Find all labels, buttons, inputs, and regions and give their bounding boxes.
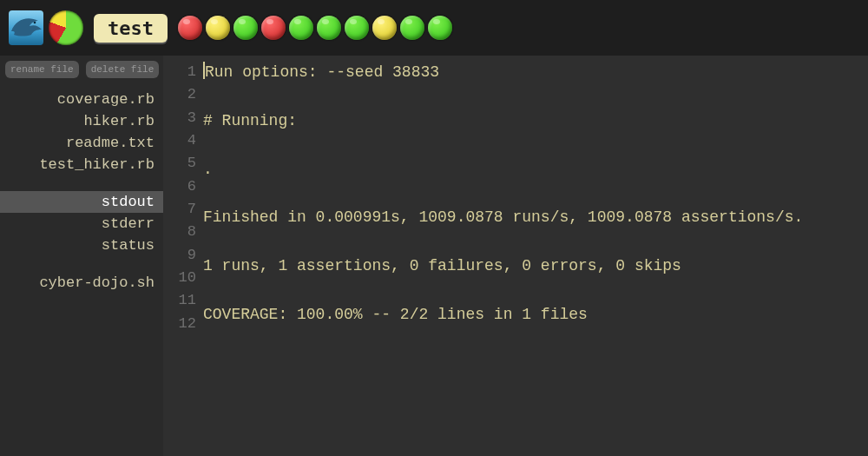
- code-line: Run options: --seed 38833: [203, 61, 868, 85]
- code-line: [203, 182, 868, 206]
- file-item-readme-txt[interactable]: readme.txt: [0, 132, 163, 154]
- file-item-test_hiker-rb[interactable]: test_hiker.rb: [0, 154, 163, 175]
- code-line: [203, 85, 868, 109]
- line-number: 6: [163, 175, 196, 198]
- line-number: 5: [163, 152, 196, 175]
- code-line: [203, 230, 868, 254]
- line-number: 3: [163, 107, 196, 129]
- test-result-pie-icon[interactable]: [49, 10, 83, 45]
- line-number: 7: [163, 198, 196, 221]
- line-number: 1: [163, 61, 196, 83]
- main: rename file delete file coverage.rbhiker…: [0, 56, 868, 456]
- output-item-status[interactable]: status: [0, 235, 163, 256]
- sidebar: rename file delete file coverage.rbhiker…: [0, 56, 163, 456]
- script-item-cyber-dojo-sh[interactable]: cyber-dojo.sh: [0, 272, 163, 294]
- line-number-gutter: 123456789101112: [163, 61, 203, 456]
- line-number: 9: [163, 244, 196, 267]
- spacer: [0, 256, 163, 272]
- line-number: 10: [163, 267, 196, 289]
- avatar-icon[interactable]: [9, 10, 43, 45]
- output-item-stderr[interactable]: stderr: [0, 213, 163, 235]
- output-item-stdout[interactable]: stdout: [0, 191, 163, 213]
- code-line: [203, 327, 868, 352]
- spacer: [0, 175, 163, 191]
- traffic-lights: [178, 16, 452, 40]
- test-button[interactable]: test: [94, 14, 168, 43]
- line-number: 2: [163, 83, 196, 106]
- code-line: 1 runs, 1 assertions, 0 failures, 0 erro…: [203, 254, 868, 279]
- file-item-coverage-rb[interactable]: coverage.rb: [0, 89, 163, 110]
- toolbar: test: [0, 0, 868, 56]
- line-number: 11: [163, 289, 196, 312]
- delete-file-button[interactable]: delete file: [86, 61, 160, 78]
- traffic-light-5[interactable]: [317, 16, 341, 40]
- code-line: [203, 134, 868, 158]
- code-line: COVERAGE: 100.00% -- 2/2 lines in 1 file…: [203, 303, 868, 327]
- file-buttons: rename file delete file: [0, 61, 163, 89]
- editor[interactable]: 123456789101112 Run options: --seed 3883…: [163, 56, 868, 456]
- rename-file-button[interactable]: rename file: [5, 61, 79, 78]
- line-number: 12: [163, 313, 196, 335]
- text-cursor: [203, 62, 205, 79]
- traffic-light-9[interactable]: [428, 16, 452, 40]
- traffic-light-7[interactable]: [372, 16, 397, 40]
- traffic-light-1[interactable]: [206, 16, 230, 40]
- traffic-light-0[interactable]: [178, 16, 202, 40]
- code-area[interactable]: Run options: --seed 38833 # Running: . F…: [203, 61, 868, 456]
- svg-point-0: [34, 22, 36, 24]
- code-line: # Running:: [203, 109, 868, 134]
- traffic-light-2[interactable]: [233, 16, 258, 40]
- code-line: Finished in 0.000991s, 1009.0878 runs/s,…: [203, 206, 868, 230]
- line-number: 4: [163, 129, 196, 152]
- traffic-light-8[interactable]: [400, 16, 424, 40]
- line-number: 8: [163, 221, 196, 243]
- traffic-light-3[interactable]: [261, 16, 286, 40]
- traffic-light-4[interactable]: [289, 16, 313, 40]
- code-line: .: [203, 158, 868, 182]
- file-list: coverage.rbhiker.rbreadme.txttest_hiker.…: [0, 89, 163, 294]
- code-line: [203, 279, 868, 303]
- traffic-light-6[interactable]: [345, 16, 369, 40]
- file-item-hiker-rb[interactable]: hiker.rb: [0, 110, 163, 132]
